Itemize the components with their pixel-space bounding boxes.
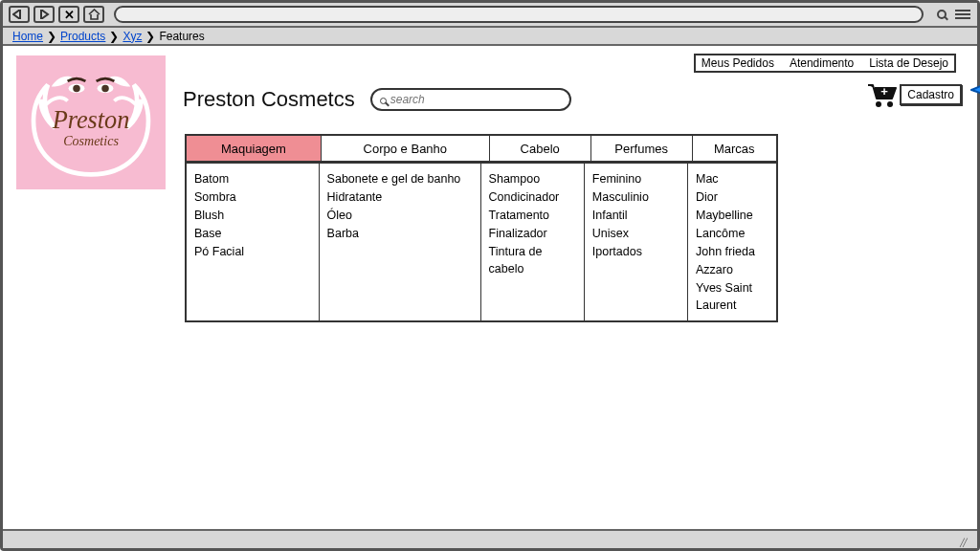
menu-item[interactable]: Blush: [194, 207, 311, 224]
menu-item[interactable]: Lancôme: [696, 225, 768, 242]
menu-item[interactable]: Pó Facial: [194, 243, 311, 260]
menu-item[interactable]: Batom: [194, 170, 311, 187]
breadcrumb-current: Features: [159, 30, 204, 43]
menu-item[interactable]: Hidratante: [327, 188, 473, 206]
menu-item[interactable]: Unisex: [592, 225, 679, 242]
svg-point-1: [73, 85, 80, 93]
tab-marcas[interactable]: Marcas: [693, 136, 776, 161]
tab-maquiagem[interactable]: Maquiagem: [187, 136, 322, 161]
menu-item[interactable]: Azzaro: [696, 261, 768, 278]
page-title: Preston Cosmetcs: [183, 87, 355, 112]
back-button[interactable]: [9, 6, 30, 23]
menu-item[interactable]: Yves Saint Laurent: [696, 279, 768, 314]
menu-item[interactable]: Finalizador: [489, 225, 576, 242]
page-content: Meus Pedidos Atendimento Lista de Desejo…: [3, 46, 977, 510]
breadcrumb-home[interactable]: Home: [12, 30, 43, 43]
my-orders-link[interactable]: Meus Pedidos: [702, 56, 774, 70]
chevron-right-icon: ❯: [109, 30, 119, 43]
cart-icon[interactable]: +: [866, 82, 899, 112]
url-bar[interactable]: [114, 6, 924, 23]
breadcrumb-xyz[interactable]: Xyz: [122, 30, 142, 43]
home-button[interactable]: [83, 6, 104, 23]
menu-item[interactable]: Mac: [696, 170, 768, 187]
menu-item[interactable]: John frieda: [696, 243, 768, 260]
mega-menu-panel: BatomSombraBlushBasePó Facial Sabonete e…: [185, 163, 778, 322]
annotation-arrow-icon: [964, 67, 980, 112]
search-icon[interactable]: [933, 6, 950, 23]
menu-item[interactable]: Sombra: [194, 188, 311, 206]
breadcrumb: Home ❯ Products ❯ Xyz ❯ Features: [3, 28, 977, 46]
browser-status-bar: [3, 529, 977, 548]
close-button[interactable]: ✕: [58, 6, 79, 23]
menu-item[interactable]: Barba: [327, 225, 473, 242]
category-tabs: Maquiagem Corpo e Banho Cabelo Perfumes …: [185, 134, 778, 163]
menu-item[interactable]: Feminino: [592, 170, 679, 187]
column-cabelo: ShampooCondicinadorTratamentoFinalizador…: [481, 164, 585, 320]
menu-item[interactable]: Base: [194, 225, 311, 242]
breadcrumb-products[interactable]: Products: [60, 30, 105, 43]
svg-point-3: [101, 85, 109, 93]
menu-item[interactable]: Infantil: [592, 207, 679, 224]
menu-item[interactable]: Condicinador: [489, 188, 576, 206]
search-box[interactable]: [370, 88, 571, 111]
svg-text:Preston: Preston: [52, 106, 130, 134]
chevron-right-icon: ❯: [145, 30, 155, 43]
browser-toolbar: ✕: [3, 3, 977, 28]
menu-item[interactable]: Dior: [696, 188, 768, 206]
svg-point-6: [876, 101, 881, 107]
column-perfumes: FemininoMasculinioInfantilUnisexIportado…: [585, 164, 688, 320]
column-corpo: Sabonete e gel de banhoHidratanteÓleoBar…: [320, 164, 481, 320]
browser-window: ✕ Home ❯ Products ❯ Xyz ❯ Features Meus …: [0, 0, 980, 551]
search-icon: [380, 93, 387, 107]
menu-item[interactable]: Shampoo: [489, 170, 576, 187]
menu-item[interactable]: Masculinio: [592, 188, 679, 206]
search-input[interactable]: [390, 93, 562, 106]
menu-item[interactable]: Tratamento: [489, 207, 576, 224]
column-maquiagem: BatomSombraBlushBasePó Facial: [187, 164, 320, 320]
menu-icon[interactable]: [954, 6, 971, 23]
tab-perfumes[interactable]: Perfumes: [591, 136, 693, 161]
brand-logo[interactable]: Preston Cosmetics: [16, 55, 166, 189]
svg-point-7: [887, 101, 893, 107]
menu-item[interactable]: Sabonete e gel de banho: [327, 170, 473, 187]
svg-text:Cosmetics: Cosmetics: [63, 133, 119, 148]
tab-corpo-e-banho[interactable]: Corpo e Banho: [322, 136, 490, 161]
menu-item[interactable]: Iportados: [592, 243, 679, 260]
forward-button[interactable]: [33, 6, 55, 23]
menu-item[interactable]: Tintura de cabelo: [489, 243, 576, 277]
support-link[interactable]: Atendimento: [790, 56, 854, 70]
chevron-right-icon: ❯: [47, 30, 56, 43]
register-button[interactable]: Cadastro: [900, 84, 962, 105]
menu-item[interactable]: Óleo: [327, 207, 473, 224]
svg-text:+: +: [880, 84, 888, 99]
wishlist-link[interactable]: Lista de Desejo: [869, 56, 948, 70]
column-marcas: MacDiorMaybellineLancômeJohn friedaAzzar…: [688, 164, 776, 320]
tab-cabelo[interactable]: Cabelo: [490, 136, 591, 161]
top-links-bar: Meus Pedidos Atendimento Lista de Desejo: [694, 54, 956, 73]
menu-item[interactable]: Maybelline: [696, 207, 768, 224]
resize-grip-icon[interactable]: [960, 534, 971, 545]
